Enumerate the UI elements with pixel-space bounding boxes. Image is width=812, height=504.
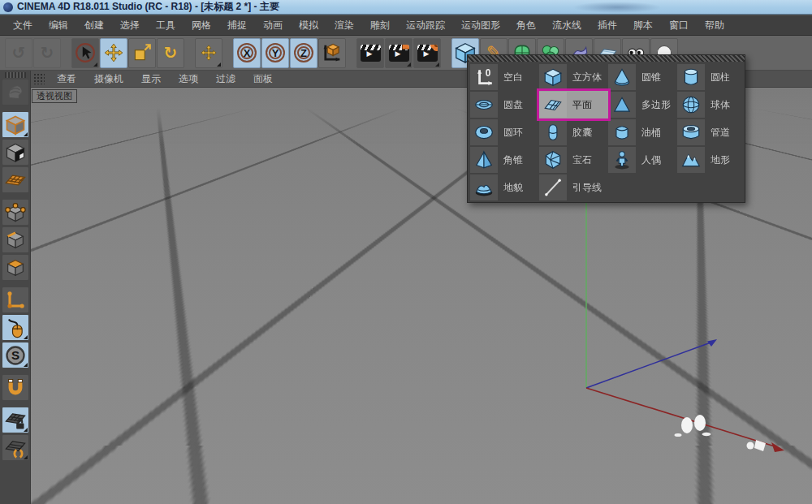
x-axis-arrow bbox=[771, 442, 784, 452]
platonic-icon bbox=[542, 149, 564, 170]
relief-icon bbox=[473, 177, 495, 198]
undo-button[interactable]: ↺ bbox=[5, 38, 32, 68]
scale-tool-button[interactable] bbox=[128, 38, 156, 68]
svg-text:0: 0 bbox=[486, 67, 491, 79]
edges-mode-icon bbox=[4, 229, 27, 252]
last-tool-button[interactable] bbox=[195, 38, 222, 68]
primitives-dropdown: 0 空白 立方体 圆锥 bbox=[467, 54, 745, 203]
render-view-button[interactable]: ▶ bbox=[356, 38, 384, 68]
viewport-menu-filter[interactable]: 过滤 bbox=[207, 71, 244, 87]
z-axis-icon: Z bbox=[294, 43, 313, 62]
cylinder-icon bbox=[680, 67, 702, 88]
render-picture-viewer-button[interactable]: ▶ bbox=[385, 38, 412, 68]
live-selection-icon bbox=[75, 42, 96, 63]
menu-item-pipeline[interactable]: 流水线 bbox=[544, 15, 590, 35]
menu-item-help[interactable]: 帮助 bbox=[697, 15, 732, 35]
primitive-item-torus[interactable]: 圆环 bbox=[470, 118, 539, 146]
scale-icon bbox=[132, 42, 153, 63]
null-icon: 0 bbox=[473, 67, 495, 88]
sphere-icon bbox=[680, 94, 702, 115]
snap-magnet-icon bbox=[4, 377, 27, 399]
primitive-item-sphere[interactable]: 球体 bbox=[677, 91, 746, 118]
rotate-tool-button[interactable]: ↻ bbox=[157, 38, 184, 68]
menu-item-tools[interactable]: 工具 bbox=[148, 15, 184, 35]
menu-item-character[interactable]: 角色 bbox=[508, 15, 544, 35]
menu-item-animate[interactable]: 动画 bbox=[255, 15, 291, 35]
move-tool-button[interactable] bbox=[100, 38, 127, 68]
viewport-menu-grip[interactable] bbox=[33, 73, 45, 84]
primitive-item-polygon[interactable]: 多边形 bbox=[608, 91, 677, 118]
capsule-icon bbox=[542, 122, 564, 143]
rotate-icon: ↻ bbox=[164, 45, 178, 61]
render-settings-button[interactable]: ▶ bbox=[413, 38, 441, 68]
primitive-item-cone[interactable]: 圆锥 bbox=[608, 63, 677, 91]
x-axis-icon: X bbox=[237, 43, 257, 62]
menu-item-file[interactable]: 文件 bbox=[5, 15, 41, 35]
primitive-item-figure[interactable]: 人偶 bbox=[608, 146, 677, 174]
viewport-menu-cameras[interactable]: 摄像机 bbox=[85, 71, 132, 87]
view-label[interactable]: 透视视图 bbox=[32, 89, 77, 103]
window-titlebar[interactable]: CINEMA 4D R18.011 Studio (RC - R18) - [未… bbox=[0, 0, 812, 15]
primitive-item-oil-tank[interactable]: 油桶 bbox=[608, 118, 677, 146]
viewport-menu-panel[interactable]: 面板 bbox=[244, 71, 282, 87]
primitive-item-disc[interactable]: 圆盘 bbox=[470, 91, 539, 118]
render-view-icon: ▶ bbox=[361, 45, 381, 62]
menu-item-create[interactable]: 创建 bbox=[76, 15, 112, 35]
dropdown-drag-handle[interactable] bbox=[468, 55, 745, 62]
primitive-item-capsule[interactable]: 胶囊 bbox=[539, 118, 608, 146]
primitive-item-guide[interactable]: 引导线 bbox=[539, 174, 608, 201]
watermark-blobs bbox=[675, 415, 767, 451]
primitive-item-cube[interactable]: 立方体 bbox=[539, 63, 608, 91]
lock-z-axis-button[interactable]: Z bbox=[290, 38, 317, 68]
primitive-item-null[interactable]: 0 空白 bbox=[470, 63, 539, 91]
x-axis-line bbox=[586, 388, 775, 446]
menu-item-script[interactable]: 脚本 bbox=[625, 15, 661, 35]
snap-magnet-button[interactable] bbox=[2, 374, 29, 401]
viewport-menu-display[interactable]: 显示 bbox=[132, 71, 170, 87]
points-mode-button[interactable] bbox=[2, 199, 29, 226]
menu-item-window[interactable]: 窗口 bbox=[661, 15, 697, 35]
primitive-item-tube[interactable]: 管道 bbox=[677, 118, 746, 146]
menu-item-render[interactable]: 渲染 bbox=[326, 15, 362, 35]
planar-workplane-button[interactable] bbox=[2, 434, 29, 461]
workplane-mode-button[interactable] bbox=[2, 166, 29, 193]
menu-item-simulate[interactable]: 模拟 bbox=[291, 15, 326, 35]
snap-settings-button[interactable]: S bbox=[2, 342, 29, 368]
lock-y-axis-button[interactable]: Y bbox=[261, 38, 289, 68]
menu-item-snap[interactable]: 捕捉 bbox=[219, 15, 255, 35]
menu-item-edit[interactable]: 编辑 bbox=[41, 15, 76, 35]
texture-mode-button[interactable] bbox=[2, 139, 29, 166]
polygons-mode-button[interactable] bbox=[2, 254, 29, 281]
menu-item-motion-tracker[interactable]: 运动跟踪 bbox=[398, 15, 453, 35]
disc-icon bbox=[473, 94, 495, 115]
menu-item-sculpt[interactable]: 雕刻 bbox=[362, 15, 398, 35]
primitive-item-platonic[interactable]: 宝石 bbox=[539, 146, 608, 174]
coordinate-system-button[interactable] bbox=[318, 38, 346, 68]
redo-button[interactable]: ↻ bbox=[33, 38, 61, 68]
primitive-item-relief[interactable]: 地貌 bbox=[470, 174, 539, 201]
edges-mode-button[interactable] bbox=[2, 226, 29, 253]
enable-axis-button[interactable] bbox=[2, 286, 29, 313]
viewport-menu-options[interactable]: 选项 bbox=[170, 71, 207, 87]
primitive-item-landscape[interactable]: 地形 bbox=[677, 146, 746, 174]
menu-item-mesh[interactable]: 网格 bbox=[184, 15, 219, 35]
z-axis-line bbox=[586, 342, 713, 388]
coordinate-system-icon bbox=[321, 41, 343, 64]
locked-workplane-button[interactable] bbox=[2, 407, 29, 433]
sculpt-mode-button[interactable] bbox=[2, 79, 29, 106]
menu-item-plugins[interactable]: 插件 bbox=[590, 15, 625, 35]
lock-x-axis-button[interactable]: X bbox=[233, 38, 261, 68]
live-selection-button[interactable] bbox=[71, 38, 99, 68]
menu-item-select[interactable]: 选择 bbox=[112, 15, 148, 35]
primitives-empty-cell bbox=[608, 174, 677, 201]
palette-grip[interactable] bbox=[5, 72, 26, 78]
landscape-icon bbox=[680, 149, 702, 170]
cube-icon bbox=[542, 67, 564, 88]
primitive-item-cylinder[interactable]: 圆柱 bbox=[677, 63, 746, 91]
primitive-item-plane[interactable]: 平面 bbox=[539, 91, 608, 118]
menu-item-mograph[interactable]: 运动图形 bbox=[453, 15, 508, 35]
primitive-item-pyramid[interactable]: 角锥 bbox=[470, 146, 539, 174]
viewport-menu-view[interactable]: 查看 bbox=[48, 71, 85, 87]
model-mode-button[interactable] bbox=[2, 111, 29, 138]
viewport-solo-button[interactable] bbox=[2, 314, 29, 341]
